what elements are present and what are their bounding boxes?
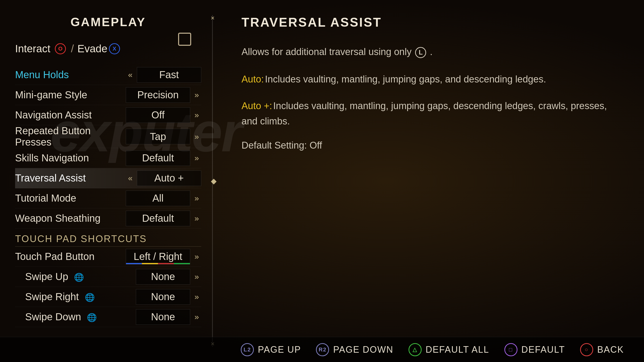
circle-badge: ○ <box>580 343 593 356</box>
interact-label: Interact <box>15 43 50 55</box>
default-setting-text: Default Setting: Off <box>242 140 624 151</box>
evade-button-icon: X <box>109 43 120 54</box>
swipe-up-value-wrapper: None » <box>136 269 201 285</box>
menu-row-repeated-button-presses[interactable]: Repeated Button Presses Tap » <box>15 125 201 148</box>
section-title: GAMEPLAY <box>15 15 201 29</box>
arrow-left-icon[interactable]: « <box>126 70 135 79</box>
bottom-bar: L2 PAGE UP R2 PAGE DOWN △ DEFAULT ALL □ … <box>0 337 644 362</box>
arrow-right-icon[interactable]: » <box>192 312 201 322</box>
menu-row-swipe-down[interactable]: Swipe Down 🌐 None » <box>15 307 201 327</box>
arrow-right-icon[interactable]: » <box>192 292 201 301</box>
assist-block-auto: Auto: Includes vaulting, mantling, jumpi… <box>242 72 624 87</box>
left-panel: GAMEPLAY Interact O / Evade X Menu Holds… <box>0 0 216 347</box>
traversal-assist-value: Auto + <box>137 170 201 186</box>
assist-description: Allows for additional traversal using on… <box>242 45 624 59</box>
tutorial-mode-value: All <box>126 191 190 206</box>
menu-row-menu-holds[interactable]: Menu Holds « Fast <box>15 65 201 85</box>
arrow-right-icon[interactable]: » <box>192 132 201 141</box>
swipe-up-icon: 🌐 <box>74 273 84 282</box>
auto-plus-block-title: Auto +: <box>242 101 272 111</box>
assist-desc-suffix: . <box>430 47 433 57</box>
arrow-left-icon[interactable]: « <box>126 173 135 183</box>
menu-row-touchpad-button[interactable]: Touch Pad Button Left / Right » <box>15 247 201 267</box>
bottom-btn-back[interactable]: ○ BACK <box>580 343 624 356</box>
l2-badge: L2 <box>241 343 254 356</box>
assist-title: TRAVERSAL ASSIST <box>242 15 624 30</box>
minigame-style-value-wrapper: Precision » <box>126 87 201 103</box>
touchpad-button-label: Touch Pad Button <box>15 251 126 262</box>
weapon-sheathing-value-wrapper: Default » <box>126 211 201 226</box>
touchpad-button-value-wrapper: Left / Right » <box>126 249 201 264</box>
assist-desc-prefix: Allows for additional traversal using on… <box>242 47 412 57</box>
menu-row-traversal-assist[interactable]: Traversal Assist « Auto + <box>15 168 201 188</box>
bottom-btn-default[interactable]: □ DEFAULT <box>504 343 565 356</box>
swipe-down-value-wrapper: None » <box>136 309 201 325</box>
arrow-right-icon[interactable]: » <box>192 272 201 281</box>
menu-items-list: Menu Holds « Fast Mini-game Style Precis… <box>15 65 201 327</box>
interact-evade-line: Interact O / Evade X <box>15 43 201 55</box>
back-label: BACK <box>597 344 624 355</box>
bottom-btn-page-up[interactable]: L2 PAGE UP <box>241 343 301 356</box>
traversal-assist-value-wrapper: « Auto + <box>126 170 201 186</box>
arrow-right-icon[interactable]: » <box>192 90 201 100</box>
tutorial-mode-value-wrapper: All » <box>126 191 201 206</box>
navigation-assist-value-wrapper: Off » <box>126 107 201 123</box>
swipe-down-label: Swipe Down 🌐 <box>25 311 136 323</box>
bottom-btn-default-all[interactable]: △ DEFAULT ALL <box>409 343 489 356</box>
square-badge: □ <box>504 343 517 356</box>
menu-holds-value-wrapper: « Fast <box>126 67 201 83</box>
swipe-down-icon: 🌐 <box>87 313 97 322</box>
swipe-right-label: Swipe Right 🌐 <box>25 291 136 302</box>
repeated-button-presses-value: Tap <box>126 129 190 144</box>
arrow-right-icon[interactable]: » <box>192 110 201 120</box>
menu-row-swipe-right[interactable]: Swipe Right 🌐 None » <box>15 287 201 307</box>
menu-row-navigation-assist[interactable]: Navigation Assist Off » <box>15 105 201 125</box>
slash-divider: / <box>71 43 74 55</box>
menu-row-minigame-style[interactable]: Mini-game Style Precision » <box>15 85 201 105</box>
page-down-label: PAGE DOWN <box>333 344 393 355</box>
page-up-label: PAGE UP <box>258 344 301 355</box>
menu-holds-label: Menu Holds <box>15 69 126 80</box>
skills-navigation-label: Skills Navigation <box>15 152 126 164</box>
swipe-right-icon: 🌐 <box>85 293 95 302</box>
arrow-right-icon[interactable]: » <box>192 153 201 163</box>
menu-row-weapon-sheathing[interactable]: Weapon Sheathing Default » <box>15 208 201 229</box>
assist-block-auto-plus: Auto +: Includes vaulting, mantling, jum… <box>242 98 624 129</box>
auto-plus-block-text: Includes vaulting, mantling, jumping gap… <box>242 101 607 126</box>
skills-navigation-value-wrapper: Default » <box>126 150 201 166</box>
weapon-sheathing-value: Default <box>126 211 190 226</box>
swipe-right-value: None <box>136 289 190 305</box>
touchpad-button-value: Left / Right <box>126 249 190 264</box>
swipe-up-label: Swipe Up 🌐 <box>25 271 136 282</box>
auto-block-title: Auto: <box>242 74 264 84</box>
menu-row-swipe-up[interactable]: Swipe Up 🌐 None » <box>15 267 201 287</box>
arrow-right-icon[interactable]: » <box>192 252 201 261</box>
menu-row-skills-navigation[interactable]: Skills Navigation Default » <box>15 148 201 168</box>
interact-button-icon: O <box>55 43 66 54</box>
touchpad-color-bar <box>126 263 190 264</box>
bottom-btn-page-down[interactable]: R2 PAGE DOWN <box>316 343 393 356</box>
triangle-badge: △ <box>409 343 422 356</box>
scroll-bar: ✕ ✕ <box>212 15 213 347</box>
arrow-right-icon[interactable]: » <box>192 214 201 223</box>
menu-holds-value: Fast <box>137 67 201 83</box>
default-label: DEFAULT <box>521 344 565 355</box>
right-panel: TRAVERSAL ASSIST Allows for additional t… <box>221 0 644 337</box>
minigame-style-value: Precision <box>126 87 190 103</box>
tutorial-mode-label: Tutorial Mode <box>15 193 126 204</box>
swipe-up-value: None <box>136 269 190 285</box>
menu-row-tutorial-mode[interactable]: Tutorial Mode All » <box>15 188 201 208</box>
swipe-right-value-wrapper: None » <box>136 289 201 305</box>
repeated-button-presses-value-wrapper: Tap » <box>126 129 201 144</box>
weapon-sheathing-label: Weapon Sheathing <box>15 213 126 224</box>
square-button-icon <box>178 33 191 46</box>
traversal-assist-label: Traversal Assist <box>15 172 126 184</box>
auto-block-text: Includes vaulting, mantling, jumping gap… <box>265 74 546 84</box>
scroll-arrow-top-icon: ✕ <box>211 15 215 21</box>
swipe-down-value: None <box>136 309 190 325</box>
minigame-style-label: Mini-game Style <box>15 89 126 101</box>
default-all-label: DEFAULT ALL <box>426 344 489 355</box>
arrow-right-icon[interactable]: » <box>192 194 201 203</box>
skills-navigation-value: Default <box>126 150 190 166</box>
l-trigger-icon: L <box>415 47 426 58</box>
